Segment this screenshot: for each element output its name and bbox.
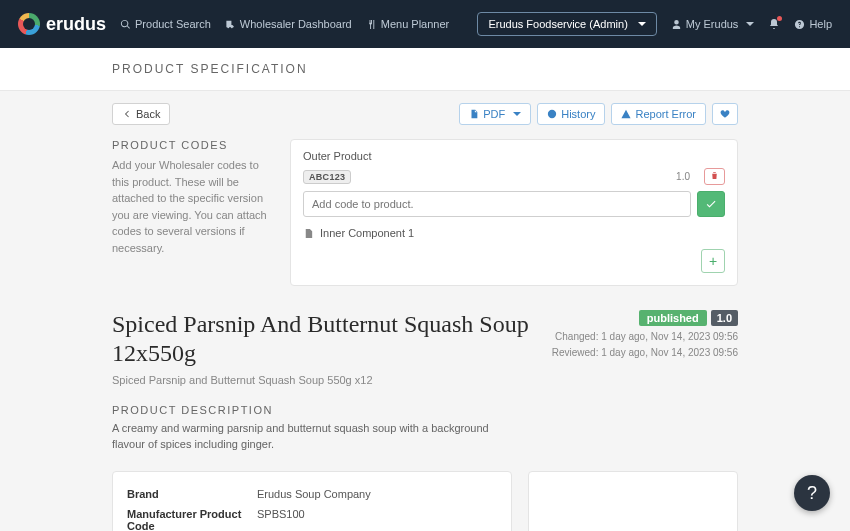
- outer-product-label: Outer Product: [303, 150, 725, 162]
- product-description-heading: PRODUCT DESCRIPTION: [112, 404, 738, 416]
- heart-icon: [720, 109, 730, 119]
- back-button[interactable]: Back: [112, 103, 170, 125]
- my-erudus-menu[interactable]: My Erudus: [671, 18, 755, 30]
- product-codes-aside: PRODUCT CODES Add your Wholesaler codes …: [112, 139, 272, 256]
- brand-name: erudus: [46, 14, 106, 35]
- history-button-label: History: [561, 108, 595, 120]
- status-column: published 1.0 Changed: 1 day ago, Nov 14…: [552, 310, 738, 358]
- status-badge: published: [639, 310, 707, 326]
- code-chip-row: ABC123 1.0: [303, 168, 725, 185]
- notification-dot: [777, 16, 782, 21]
- account-switcher[interactable]: Erudus Foodservice (Admin): [477, 12, 656, 36]
- back-button-label: Back: [136, 108, 160, 120]
- my-erudus-label: My Erudus: [686, 18, 739, 30]
- add-code-row: [303, 191, 725, 217]
- detail-value: Erudus Soup Company: [257, 488, 371, 500]
- changed-meta: Changed: 1 day ago, Nov 14, 2023 09:56: [552, 331, 738, 342]
- truck-icon: [225, 19, 236, 30]
- account-switcher-label: Erudus Foodservice (Admin): [488, 18, 627, 30]
- product-codes-panel: Outer Product ABC123 1.0 Inner Component…: [290, 139, 738, 286]
- details-row: BrandErudus Soup Company Manufacturer Pr…: [112, 471, 738, 531]
- favourite-button[interactable]: [712, 103, 738, 125]
- cutlery-icon: [366, 19, 377, 30]
- secondary-card: [528, 471, 738, 531]
- file-icon: [469, 109, 479, 119]
- detail-key: Manufacturer Product Code: [127, 508, 257, 531]
- product-description-text: A creamy and warming parsnip and buttern…: [112, 420, 512, 453]
- table-row: BrandErudus Soup Company: [127, 484, 497, 504]
- page-title: PRODUCT SPECIFICATION: [112, 62, 738, 76]
- code-version: 1.0: [676, 171, 690, 182]
- history-button[interactable]: History: [537, 103, 605, 125]
- nav-wholesaler-dashboard[interactable]: Wholesaler Dashboard: [225, 18, 352, 30]
- page-content: Back PDF History Report Error PRODUCT CO…: [0, 91, 850, 531]
- add-component-button[interactable]: +: [701, 249, 725, 273]
- help-icon: [794, 19, 805, 30]
- help-fab[interactable]: ?: [794, 475, 830, 511]
- detail-value: SPBS100: [257, 508, 305, 531]
- primary-nav: Product Search Wholesaler Dashboard Menu…: [120, 18, 449, 30]
- chevron-left-icon: [122, 109, 132, 119]
- page-header-strip: PRODUCT SPECIFICATION: [0, 48, 850, 91]
- nav-product-search-label: Product Search: [135, 18, 211, 30]
- check-icon: [705, 198, 717, 210]
- trash-icon: [710, 171, 719, 180]
- notifications-button[interactable]: [768, 18, 780, 30]
- report-error-button[interactable]: Report Error: [611, 103, 706, 125]
- version-badge: 1.0: [711, 310, 738, 326]
- delete-code-button[interactable]: [704, 168, 725, 185]
- product-title: Spiced Parsnip And Butternut Squash Soup…: [112, 310, 532, 368]
- pdf-button[interactable]: PDF: [459, 103, 531, 125]
- warning-icon: [621, 109, 631, 119]
- nav-menu-planner[interactable]: Menu Planner: [366, 18, 450, 30]
- logo-icon: [18, 13, 40, 35]
- product-codes-heading: PRODUCT CODES: [112, 139, 272, 151]
- search-icon: [120, 19, 131, 30]
- pdf-button-label: PDF: [483, 108, 505, 120]
- question-icon: ?: [807, 483, 817, 504]
- confirm-add-code-button[interactable]: [697, 191, 725, 217]
- document-icon: [303, 228, 314, 239]
- product-codes-description: Add your Wholesaler codes to this produc…: [112, 157, 272, 256]
- user-nav: My Erudus Help: [671, 18, 832, 30]
- brand-logo[interactable]: erudus: [18, 13, 106, 35]
- nav-product-search[interactable]: Product Search: [120, 18, 211, 30]
- table-row: Manufacturer Product CodeSPBS100: [127, 504, 497, 531]
- user-icon: [671, 19, 682, 30]
- help-link[interactable]: Help: [794, 18, 832, 30]
- clock-icon: [547, 109, 557, 119]
- top-navbar: erudus Product Search Wholesaler Dashboa…: [0, 0, 850, 48]
- nav-menu-planner-label: Menu Planner: [381, 18, 450, 30]
- action-toolbar: Back PDF History Report Error: [112, 103, 738, 125]
- product-codes-section: PRODUCT CODES Add your Wholesaler codes …: [112, 139, 738, 286]
- product-title-row: Spiced Parsnip And Butternut Squash Soup…: [112, 310, 738, 386]
- help-label: Help: [809, 18, 832, 30]
- detail-key: Brand: [127, 488, 257, 500]
- inner-component-label: Inner Component 1: [320, 227, 414, 239]
- nav-wholesaler-dashboard-label: Wholesaler Dashboard: [240, 18, 352, 30]
- product-description-block: PRODUCT DESCRIPTION A creamy and warming…: [112, 404, 738, 453]
- inner-component-row[interactable]: Inner Component 1: [303, 227, 725, 239]
- code-chip[interactable]: ABC123: [303, 170, 351, 184]
- product-subtitle: Spiced Parsnip and Butternut Squash Soup…: [112, 374, 532, 386]
- details-card: BrandErudus Soup Company Manufacturer Pr…: [112, 471, 512, 531]
- add-code-input[interactable]: [303, 191, 691, 217]
- reviewed-meta: Reviewed: 1 day ago, Nov 14, 2023 09:56: [552, 347, 738, 358]
- report-error-label: Report Error: [635, 108, 696, 120]
